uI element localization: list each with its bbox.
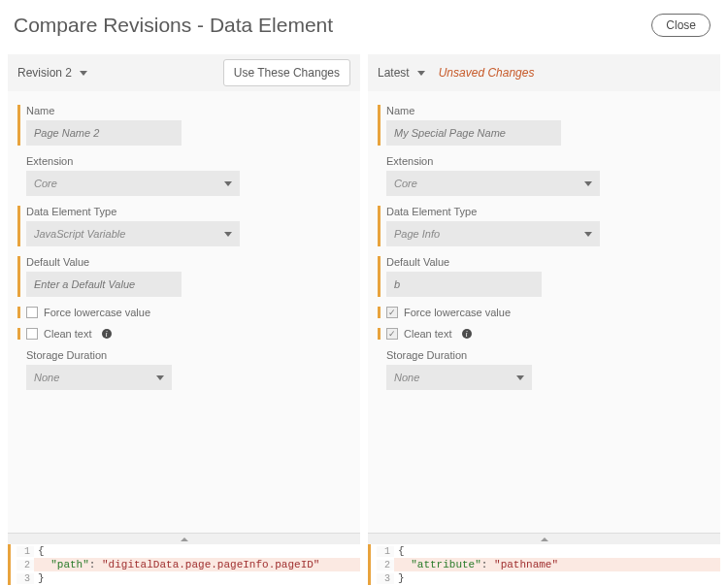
revision-label: Revision 2 (17, 66, 72, 80)
chevron-down-icon (516, 375, 524, 380)
use-these-changes-button[interactable]: Use These Changes (223, 59, 350, 86)
type-value: JavaScript Variable (34, 228, 125, 240)
change-indicator (17, 256, 20, 297)
chevron-up-icon (541, 537, 548, 541)
storage-value: None (34, 372, 59, 383)
extension-field-row: Extension Core (378, 155, 709, 196)
extension-value: Core (34, 178, 57, 189)
extension-label: Extension (26, 155, 348, 167)
name-input[interactable] (26, 120, 182, 146)
extension-select[interactable]: Core (26, 171, 240, 196)
line-number: 2 (377, 560, 394, 570)
name-label: Name (386, 105, 709, 116)
chevron-down-icon (224, 181, 232, 186)
default-label: Default Value (386, 256, 709, 268)
change-indicator (17, 105, 20, 146)
info-icon[interactable]: i (102, 329, 112, 339)
clean-text-checkbox[interactable]: ✓ (386, 328, 398, 340)
line-number: 1 (377, 546, 394, 557)
force-lower-row: ✓ Force lowercase value (378, 307, 709, 318)
revision-selector-right[interactable]: Latest (378, 66, 425, 80)
change-indicator (378, 328, 381, 340)
chevron-up-icon (181, 537, 188, 541)
change-indicator (378, 105, 381, 146)
type-label: Data Element Type (386, 206, 709, 217)
code-block-right: 1{ 2 "attribute": "pathname" 3} (368, 544, 720, 585)
force-lower-label: Force lowercase value (404, 307, 511, 318)
change-indicator (378, 256, 381, 297)
change-indicator (378, 307, 381, 318)
change-indicator (17, 307, 20, 318)
chevron-down-icon (80, 71, 87, 76)
name-field-row: Name (378, 105, 709, 146)
change-indicator (378, 206, 381, 246)
storage-label: Storage Duration (386, 349, 709, 361)
line-number: 1 (17, 546, 34, 557)
type-field-row: Data Element Type Page Info (378, 206, 709, 246)
chevron-down-icon (224, 232, 232, 237)
code-collapse-toggle[interactable] (8, 533, 360, 544)
page-title: Compare Revisions - Data Element (14, 14, 333, 37)
page-header: Compare Revisions - Data Element Close (0, 0, 728, 54)
change-indicator (8, 544, 11, 585)
change-indicator (17, 328, 20, 340)
line-number: 3 (377, 573, 394, 584)
chevron-down-icon (584, 232, 592, 237)
clean-text-label: Clean text (44, 328, 92, 340)
line-number: 3 (17, 573, 34, 584)
storage-field-row: Storage Duration None (17, 349, 348, 390)
clean-text-row: Clean text i (17, 328, 348, 340)
force-lower-checkbox[interactable] (26, 307, 38, 318)
line-number: 2 (17, 560, 34, 570)
left-panel-header: Revision 2 Use These Changes (8, 54, 360, 91)
chevron-down-icon (584, 181, 592, 186)
default-input[interactable] (386, 272, 542, 297)
storage-select[interactable]: None (386, 365, 532, 390)
chevron-down-icon (417, 71, 425, 76)
change-indicator (17, 206, 20, 246)
extension-value: Core (394, 178, 417, 189)
unsaved-changes-label: Unsaved Changes (439, 66, 535, 80)
storage-select[interactable]: None (26, 365, 172, 390)
default-field-row: Default Value (378, 256, 709, 297)
right-panel: Latest Unsaved Changes Name Extension (368, 54, 720, 585)
default-label: Default Value (26, 256, 348, 268)
info-icon[interactable]: i (462, 329, 472, 339)
close-button[interactable]: Close (651, 14, 711, 37)
right-panel-header: Latest Unsaved Changes (368, 54, 720, 91)
code-line: } (34, 571, 360, 585)
code-collapse-toggle[interactable] (368, 533, 720, 544)
right-panel-body: Name Extension Core Data Element Type (368, 91, 720, 533)
revision-selector-left[interactable]: Revision 2 (17, 66, 87, 80)
type-label: Data Element Type (26, 206, 348, 217)
change-indicator (368, 544, 371, 585)
chevron-down-icon (156, 375, 164, 380)
left-panel-body: Name Extension Core Data Element Type (8, 91, 360, 533)
code-line: { (34, 544, 360, 558)
revision-label: Latest (378, 66, 410, 80)
type-field-row: Data Element Type JavaScript Variable (17, 206, 348, 246)
storage-value: None (394, 372, 419, 383)
extension-select[interactable]: Core (386, 171, 600, 196)
type-value: Page Info (394, 228, 440, 240)
default-input[interactable] (26, 272, 182, 297)
type-select[interactable]: Page Info (386, 221, 600, 246)
storage-field-row: Storage Duration None (378, 349, 709, 390)
force-lower-checkbox[interactable]: ✓ (386, 307, 398, 318)
extension-label: Extension (386, 155, 709, 167)
extension-field-row: Extension Core (17, 155, 348, 196)
code-line: { (394, 544, 720, 558)
clean-text-checkbox[interactable] (26, 328, 38, 340)
force-lower-row: Force lowercase value (17, 307, 348, 318)
name-field-row: Name (17, 105, 348, 146)
clean-text-label: Clean text (404, 328, 452, 340)
name-label: Name (26, 105, 348, 116)
code-line: } (394, 571, 720, 585)
clean-text-row: ✓ Clean text i (378, 328, 709, 340)
left-panel: Revision 2 Use These Changes Name Extens… (8, 54, 360, 585)
name-input[interactable] (386, 120, 561, 146)
type-select[interactable]: JavaScript Variable (26, 221, 240, 246)
code-line: "path": "digitalData.page.pageInfo.pageI… (34, 558, 360, 571)
default-field-row: Default Value (17, 256, 348, 297)
code-block-left: 1{ 2 "path": "digitalData.page.pageInfo.… (8, 544, 360, 585)
